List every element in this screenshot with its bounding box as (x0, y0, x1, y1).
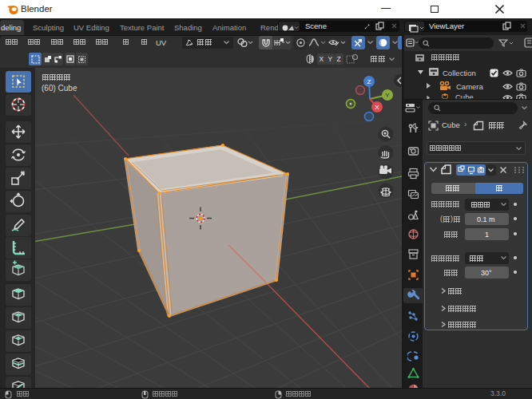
svg-text:Z: Z (367, 78, 371, 85)
svg-text:Y: Y (385, 92, 390, 99)
svg-text:X: X (375, 104, 379, 111)
